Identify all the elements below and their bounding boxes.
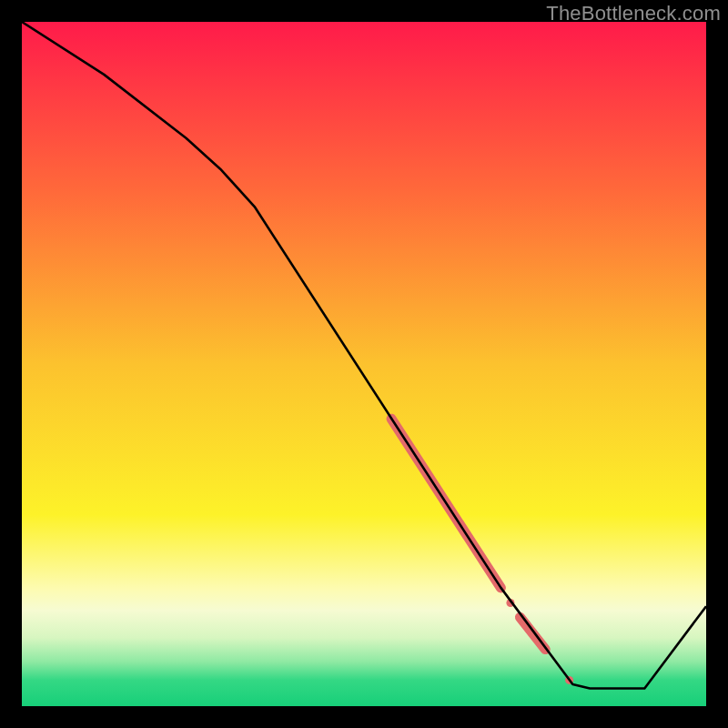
gradient-background [22,22,706,706]
watermark-text: TheBottleneck.com [546,2,721,25]
plot-area [22,22,706,706]
chart-svg [22,22,706,706]
chart-frame: TheBottleneck.com [0,0,728,728]
